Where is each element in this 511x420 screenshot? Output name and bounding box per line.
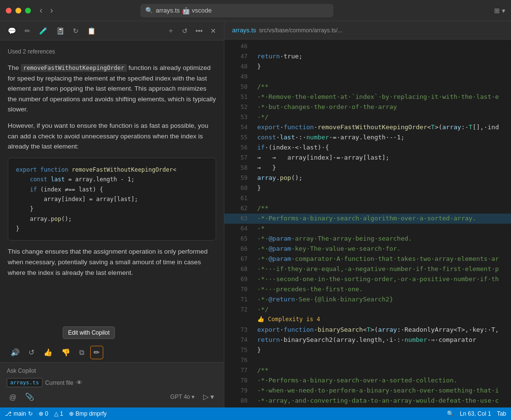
- right-panel: arrays.ts src/vs/base/common/arrays.ts/.…: [224, 21, 511, 407]
- warnings-item[interactable]: △ 1: [54, 410, 63, 417]
- nav-buttons: ‹ ›: [37, 4, 56, 16]
- more-button[interactable]: •••: [193, 26, 206, 36]
- line-content: array.pop();: [257, 173, 303, 183]
- table-row: 80·*·array,·and·converting·data·to·an·ar…: [224, 396, 511, 406]
- edit-copilot-button[interactable]: ✏: [90, 346, 103, 359]
- address-text: arrays.ts 🤖 vscode: [156, 7, 212, 14]
- editor-tab-bar: arrays.ts src/vs/base/common/arrays.ts/.…: [224, 21, 511, 40]
- table-row: 73export·function·binarySearch<T>(array:…: [224, 325, 511, 335]
- table-row: 74return·binarySearch2(array.length,·i·:…: [224, 335, 511, 345]
- tab-filename: arrays.ts: [232, 27, 256, 34]
- line-content: ·*·Performs·a·binary·search·over·a·sorte…: [257, 376, 457, 386]
- statusbar: ⎇ main ↻ ⊗ 0 △ 1 ⊕ Bmp dmprfy 🔍 Ln 63, C…: [0, 407, 511, 420]
- at-mention-button[interactable]: @: [7, 392, 19, 403]
- editor-tab[interactable]: arrays.ts src/vs/base/common/arrays.ts/.…: [232, 27, 343, 34]
- complexity-badge: 👍 Complexity is 4: [257, 315, 320, 324]
- send-button[interactable]: ▷ ▾: [200, 391, 217, 403]
- thumbs-up-button[interactable]: 👍: [41, 346, 55, 359]
- line-number: 62: [232, 203, 248, 213]
- line-content: return·true;: [257, 52, 303, 62]
- table-row: 56if·(index·<·last)·{: [224, 143, 511, 153]
- chat-paragraph-2: However, if you want to ensure the funct…: [8, 121, 216, 152]
- line-number: 75: [232, 345, 248, 355]
- panel-tab-log[interactable]: 📋: [84, 25, 98, 37]
- panel-tab-actions: ＋ ↺ ••• ✕: [165, 25, 219, 37]
- bmp-item[interactable]: ⊕ Bmp dmprfy: [69, 410, 107, 417]
- editor-body[interactable]: 4647return·true;48}4950/**51·*·Remove·th…: [224, 40, 511, 407]
- bmp-label: ⊕ Bmp dmprfy: [69, 410, 107, 417]
- line-number: 53: [232, 112, 248, 122]
- table-row: 59array.pop();: [224, 173, 511, 183]
- table-row: 75}: [224, 345, 511, 355]
- line-content: ·*·Remove·the·element·at·`index`·by·repl…: [257, 92, 499, 102]
- table-row: 64·*: [224, 224, 511, 234]
- chat-paragraph-1: The removeFastWithoutKeepingOrder functi…: [8, 63, 216, 115]
- send-icon: ▷: [203, 393, 209, 401]
- table-row: 53·*/: [224, 112, 511, 122]
- line-content: ·*·Performs·a·binary·search·algorithm·ov…: [257, 214, 476, 224]
- table-row: 60}: [224, 183, 511, 193]
- branch-item[interactable]: ⎇ main ↻: [5, 410, 33, 417]
- line-content: ·*·@param·array·The·array·being·searched…: [257, 234, 412, 244]
- table-row: 47return·true;: [224, 52, 511, 62]
- close-button[interactable]: [6, 8, 12, 14]
- close-panel-button[interactable]: ✕: [207, 26, 219, 36]
- panel-tab-notebook[interactable]: 📓: [53, 25, 67, 37]
- fullscreen-button[interactable]: [25, 8, 31, 14]
- panel-tab-chat[interactable]: 💬: [5, 25, 19, 37]
- table-row: 63·*·Performs·a·binary·search·algorithm·…: [224, 214, 511, 224]
- new-chat-button[interactable]: ＋: [165, 25, 177, 37]
- complexity-badge-row: 👍 Complexity is 4: [224, 315, 511, 325]
- line-number: 60: [232, 183, 248, 193]
- line-number: 58: [232, 163, 248, 173]
- search-icon: 🔍: [145, 7, 153, 14]
- panel-tab-edit[interactable]: ✏: [22, 25, 33, 37]
- table-row: 77/**: [224, 366, 511, 376]
- ask-copilot-actions: @ 📎 GPT 4o ▾ ▷ ▾: [7, 391, 217, 403]
- line-number: 49: [232, 72, 248, 81]
- inline-code-fn: removeFastWithoutKeepingOrder: [21, 64, 127, 72]
- main-area: 💬 ✏ 🧪 📓 ↻ 📋 ＋ ↺ ••• ✕ Used 2 references …: [0, 21, 511, 407]
- line-number: 64: [232, 224, 248, 233]
- line-content: ·*···second·one·in·the·sorting·order,·or…: [257, 274, 499, 285]
- chevron-down-icon: ▾: [192, 393, 194, 400]
- eye-icon[interactable]: 👁: [76, 379, 83, 386]
- attach-button[interactable]: 📎: [23, 391, 37, 403]
- line-number: 56: [232, 143, 248, 152]
- line-number: 51: [232, 92, 248, 102]
- table-row: 52·*·but·changes·the·order·of·the·array: [224, 102, 511, 112]
- extensions-button[interactable]: ⊞ ▾: [494, 7, 505, 14]
- table-row: 66·*·@param·key·The·value·we·search·for.: [224, 244, 511, 254]
- line-number: 73: [232, 325, 248, 335]
- forward-button[interactable]: ›: [47, 4, 56, 16]
- line-number: 52: [232, 102, 248, 112]
- minimize-button[interactable]: [15, 8, 21, 14]
- regenerate-button[interactable]: ↺: [26, 346, 38, 359]
- table-row: 70·*···precedes·the·first·one.: [224, 285, 511, 295]
- panel-tab-flask[interactable]: 🧪: [36, 25, 50, 37]
- tab-item[interactable]: Tab: [497, 410, 506, 417]
- gpt-model-selector[interactable]: GPT 4o ▾: [167, 393, 197, 401]
- chat-content: Used 2 references The removeFastWithoutK…: [0, 41, 224, 343]
- vscode-label: vscode: [192, 7, 212, 14]
- tab-label: Tab: [497, 410, 506, 417]
- back-button[interactable]: ‹: [37, 4, 45, 16]
- tooltip-edit-copilot: Edit with Copilot: [63, 326, 115, 339]
- position-item[interactable]: Ln 63, Col 1: [460, 410, 491, 417]
- errors-item[interactable]: ⊗ 0: [39, 410, 48, 417]
- thumbs-down-button[interactable]: 👎: [58, 346, 73, 359]
- copy-button[interactable]: ⧉: [76, 346, 87, 359]
- table-row: 71·*·@return·See·{@link·binarySearch2}: [224, 295, 511, 305]
- line-content: ·*···precedes·the·first·one.: [257, 285, 363, 295]
- table-row: 49: [224, 72, 511, 82]
- ask-copilot-section: Ask Copilot arrays.ts Current file 👁 @ 📎…: [0, 362, 224, 407]
- line-content: /**: [257, 366, 268, 376]
- speak-button[interactable]: 🔊: [8, 346, 23, 359]
- line-content: if·(index·<·last)·{: [257, 143, 329, 153]
- panel-tab-sync[interactable]: ↻: [70, 25, 82, 37]
- ask-actions-left: @ 📎: [7, 391, 37, 403]
- line-number: 59: [232, 173, 248, 183]
- history-button[interactable]: ↺: [179, 26, 191, 36]
- address-bar[interactable]: 🔍 arrays.ts 🤖 vscode: [140, 4, 333, 17]
- zoom-item[interactable]: 🔍: [447, 410, 454, 417]
